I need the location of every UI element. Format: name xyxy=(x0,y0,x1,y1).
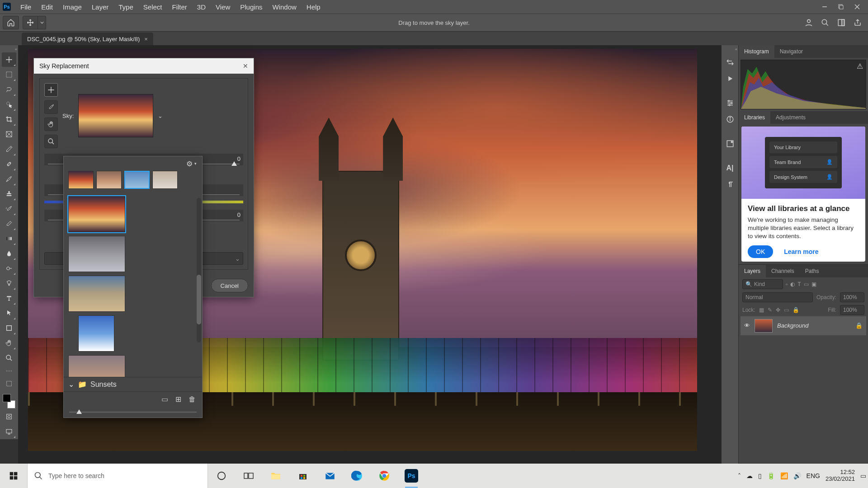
layer-filter-kind[interactable]: 🔍 Kind xyxy=(742,279,783,289)
tool-preset-dropdown[interactable] xyxy=(38,16,46,29)
filter-adjust-icon[interactable]: ◐ xyxy=(790,281,795,287)
menu-help[interactable]: Help xyxy=(302,3,326,11)
current-tool-move[interactable] xyxy=(23,16,38,29)
tray-expand-icon[interactable]: ˄ xyxy=(738,472,741,479)
filter-type-icon[interactable]: T xyxy=(797,281,801,287)
eyedropper-tool[interactable] xyxy=(2,142,16,156)
tab-layers[interactable]: Layers xyxy=(739,265,766,277)
quick-mask[interactable] xyxy=(2,409,16,424)
path-select-tool[interactable] xyxy=(2,306,16,320)
window-maximize[interactable] xyxy=(833,1,849,12)
blend-mode-select[interactable]: Normal xyxy=(742,292,813,302)
wifi-icon[interactable]: 📶 xyxy=(780,472,788,479)
explorer-icon[interactable] xyxy=(262,464,289,488)
heal-tool[interactable] xyxy=(2,157,16,171)
paragraph-icon[interactable] xyxy=(724,178,736,191)
libraries-ok-button[interactable]: OK xyxy=(748,245,773,258)
gear-icon[interactable]: ⚙ xyxy=(186,160,193,168)
zoom-tool[interactable] xyxy=(2,351,16,365)
tab-histogram[interactable]: Histogram xyxy=(739,45,774,58)
filter-image-icon[interactable]: ▫ xyxy=(786,281,788,287)
dialog-close-icon[interactable]: ✕ xyxy=(243,62,248,70)
document-tab[interactable]: DSC_0045.jpg @ 50% (Sky, Layer Mask/8) × xyxy=(22,33,153,45)
pen-tool[interactable] xyxy=(2,276,16,291)
sky-option-sunset-1[interactable] xyxy=(68,196,125,232)
share-icon[interactable] xyxy=(853,18,863,28)
new-sky-icon[interactable]: ⊞ xyxy=(175,395,181,404)
taskbar-clock[interactable]: 12:5223/02/2021 xyxy=(826,469,855,483)
taskbar-search[interactable]: Type here to search xyxy=(27,464,208,488)
menu-layer[interactable]: Layer xyxy=(87,3,114,11)
sky-zoom-tool[interactable] xyxy=(44,135,58,148)
gradient-tool[interactable] xyxy=(2,231,16,246)
lasso-tool[interactable] xyxy=(2,82,16,97)
close-tab-icon[interactable]: × xyxy=(144,36,148,42)
shape-tool[interactable] xyxy=(2,321,16,335)
sky-dropdown-icon[interactable]: ⌄ xyxy=(158,113,164,119)
type-tool[interactable] xyxy=(2,291,16,305)
volume-icon[interactable]: 🔊 xyxy=(793,472,801,479)
notifications-icon[interactable]: ▭ xyxy=(860,472,866,479)
onedrive-icon[interactable]: ☁ xyxy=(746,472,753,479)
edge-icon[interactable] xyxy=(344,464,371,488)
dialog-titlebar[interactable]: Sky Replacement ✕ xyxy=(34,58,254,74)
photoshop-taskbar-icon[interactable]: Ps xyxy=(398,464,425,488)
recent-sky-2[interactable] xyxy=(96,171,122,189)
sky-move-tool[interactable] xyxy=(44,83,58,97)
tab-navigator[interactable]: Navigator xyxy=(774,45,808,58)
menu-window[interactable]: Window xyxy=(267,3,301,11)
tab-adjustments[interactable]: Adjustments xyxy=(770,111,811,124)
eraser-tool[interactable] xyxy=(2,216,16,231)
layer-item-background[interactable]: 👁 Background 🔒 xyxy=(741,316,866,335)
thumbnail-size-slider[interactable] xyxy=(64,407,202,418)
frame-tool[interactable] xyxy=(2,127,16,141)
home-button[interactable] xyxy=(3,16,19,29)
meet-now-icon[interactable]: ▯ xyxy=(758,472,762,479)
fg-bg-colors[interactable] xyxy=(2,393,16,409)
sky-option-overcast[interactable] xyxy=(68,236,125,272)
menu-type[interactable]: Type xyxy=(113,3,138,11)
mail-icon[interactable] xyxy=(316,464,344,488)
lock-brush-icon[interactable]: ✎ xyxy=(768,307,772,313)
marquee-tool[interactable] xyxy=(2,67,16,82)
lock-pixels-icon[interactable]: ▦ xyxy=(759,307,764,313)
menu-image[interactable]: Image xyxy=(58,3,87,11)
store-icon[interactable] xyxy=(289,464,316,488)
menu-edit[interactable]: Edit xyxy=(36,3,58,11)
window-minimize[interactable] xyxy=(816,1,833,12)
brush-tool[interactable] xyxy=(2,172,16,186)
task-view-icon[interactable] xyxy=(235,464,262,488)
hand-tool[interactable] xyxy=(2,336,16,350)
quick-select-tool[interactable] xyxy=(2,97,16,112)
start-button[interactable] xyxy=(0,464,27,488)
tab-libraries[interactable]: Libraries xyxy=(739,111,770,124)
opacity-value[interactable]: 100% xyxy=(840,292,864,302)
workspace-icon[interactable] xyxy=(836,18,846,28)
filter-smart-icon[interactable]: ▣ xyxy=(811,281,816,287)
menu-filter[interactable]: Filter xyxy=(167,3,192,11)
recent-sky-1[interactable] xyxy=(68,171,94,189)
play-icon[interactable] xyxy=(724,72,736,85)
sky-hand-tool[interactable] xyxy=(44,117,58,131)
stamp-tool[interactable] xyxy=(2,187,16,201)
menu-plugins[interactable]: Plugins xyxy=(235,3,267,11)
menu-view[interactable]: View xyxy=(211,3,235,11)
cloud-docs-icon[interactable] xyxy=(804,18,814,28)
visibility-eye-icon[interactable]: 👁 xyxy=(744,322,750,329)
fill-value[interactable]: 100% xyxy=(840,305,864,315)
sky-preview-thumbnail[interactable] xyxy=(78,94,153,137)
sky-option-dusk[interactable] xyxy=(68,276,125,312)
delete-sky-icon[interactable]: 🗑 xyxy=(189,395,196,404)
character-icon[interactable]: A| xyxy=(724,162,736,174)
cortana-icon[interactable] xyxy=(208,464,235,488)
crop-tool[interactable] xyxy=(2,112,16,127)
window-close[interactable] xyxy=(849,1,865,12)
menu-file[interactable]: File xyxy=(15,3,36,11)
menu-3d[interactable]: 3D xyxy=(192,3,211,11)
screen-mode[interactable] xyxy=(2,424,16,439)
swap-icon[interactable] xyxy=(724,56,736,69)
properties-icon[interactable] xyxy=(724,137,736,150)
battery-icon[interactable]: 🔋 xyxy=(767,472,775,479)
warning-icon[interactable]: ⚠ xyxy=(857,62,863,70)
language-indicator[interactable]: ENG xyxy=(807,472,820,479)
